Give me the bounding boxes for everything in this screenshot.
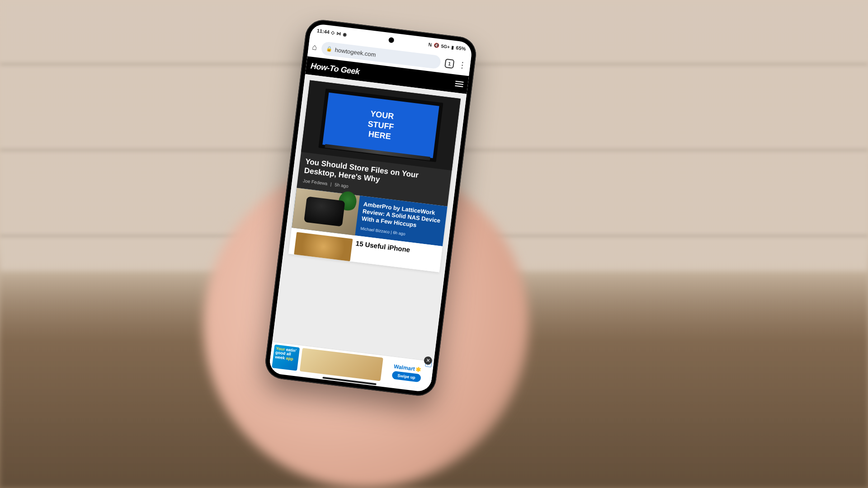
second-article-image bbox=[292, 188, 360, 235]
cloud-icon: ◇ bbox=[331, 30, 335, 35]
lock-icon: 🔒 bbox=[326, 46, 332, 52]
author-name: Michael Bizzaco bbox=[360, 226, 390, 234]
tab-count: 1 bbox=[448, 61, 451, 67]
walmart-spark-icon: ✱ bbox=[415, 365, 422, 373]
tabs-button[interactable]: 1 bbox=[444, 59, 454, 69]
home-icon[interactable]: ⌂ bbox=[311, 42, 317, 52]
third-article-image bbox=[294, 232, 353, 261]
page-content[interactable]: YOUR STUFF HERE You Should Store Files o… bbox=[269, 74, 467, 389]
hamburger-menu-icon[interactable] bbox=[455, 81, 463, 87]
hero-article[interactable]: YOUR STUFF HERE You Should Store Files o… bbox=[297, 80, 461, 206]
chrome-icon: ◉ bbox=[343, 31, 347, 37]
network-label: 5G+ bbox=[441, 43, 450, 49]
ad-creative-left: Your eatin' good all week app bbox=[272, 344, 300, 371]
site-logo[interactable]: How-To Geek bbox=[310, 61, 360, 76]
article-age: 5h ago bbox=[335, 182, 349, 189]
nas-device-graphic bbox=[304, 196, 345, 226]
author-name: Joe Fedewa bbox=[303, 178, 328, 186]
featured-card: YOUR STUFF HERE You Should Store Files o… bbox=[288, 80, 461, 272]
mute-icon: 🔇 bbox=[434, 42, 439, 48]
monitor-text-line: HERE bbox=[368, 129, 391, 141]
signal-icon: ▮ bbox=[451, 45, 454, 50]
battery-percent: 65% bbox=[456, 45, 466, 52]
url-text: howtogeek.com bbox=[335, 46, 376, 58]
app-icon: ⋈ bbox=[336, 30, 341, 36]
third-article-title: 15 Useful iPhone bbox=[354, 239, 410, 268]
status-time: 11:44 bbox=[316, 28, 330, 35]
nfc-icon: ℕ bbox=[428, 42, 432, 47]
article-age: 6h ago bbox=[393, 230, 406, 236]
more-menu-icon[interactable]: ⋮ bbox=[458, 60, 467, 70]
ad-text: app bbox=[286, 356, 293, 361]
brand-name: Walmart bbox=[393, 363, 415, 372]
desktop-monitor-graphic: YOUR STUFF HERE bbox=[318, 89, 443, 162]
